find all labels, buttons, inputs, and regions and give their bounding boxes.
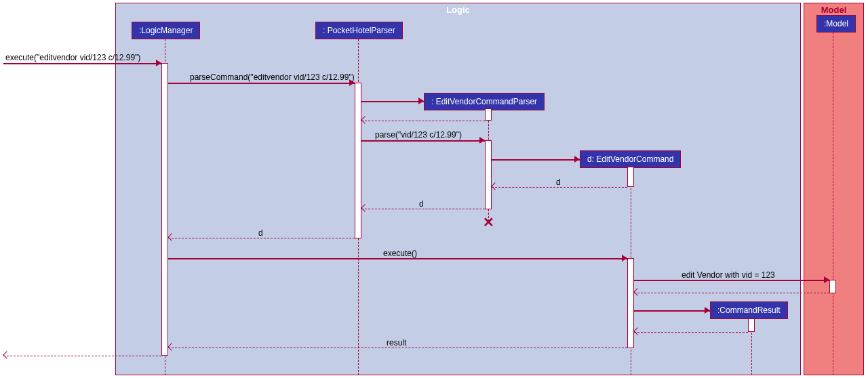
msg-execute2 (168, 258, 627, 259)
msg-edit-vendor (634, 280, 829, 281)
activation-model (829, 280, 836, 293)
label-parse: parse("vid/123 c/12.99") (375, 130, 462, 140)
activation-evcp-1 (485, 108, 492, 121)
participant-pocket-hotel-parser: : PocketHotelParser (315, 22, 403, 39)
arrow-create-cr (705, 307, 710, 314)
frame-model: Model (804, 3, 864, 375)
msg-execute-in (3, 63, 161, 64)
msg-create-evcp (361, 101, 424, 102)
msg-result (168, 348, 627, 348)
frame-logic: Logic (115, 3, 801, 375)
arrow-create-evcp (418, 98, 424, 104)
msg-return-d2 (361, 209, 485, 209)
destroy-evcp-icon: ✕ (483, 214, 494, 230)
label-edit-vendor: edit Vendor with vid = 123 (682, 270, 775, 280)
msg-create-evc (492, 159, 580, 161)
participant-edit-vendor-cmd: d: EditVendorCommand (580, 150, 681, 168)
label-execute2: execute() (383, 249, 417, 258)
msg-return-cr (634, 332, 748, 333)
arrow-execute-in (156, 60, 161, 66)
msg-return-evcp-create (361, 121, 485, 121)
activation-evc-1 (627, 167, 634, 187)
msg-create-cr (634, 310, 710, 312)
activation-command-result (748, 318, 755, 332)
arrow-create-evc (574, 156, 580, 163)
label-return-d1: d (556, 177, 561, 187)
lifeline-model (833, 33, 833, 375)
participant-command-result: :CommandResult (710, 301, 788, 319)
msg-return-model (634, 293, 829, 293)
activation-pocket-hotel-parser (355, 83, 361, 238)
msg-return-d1 (492, 187, 627, 188)
arrow-parse (479, 137, 485, 144)
label-result: result (387, 338, 406, 348)
activation-logic-manager (161, 63, 168, 356)
label-execute-in: execute("editvendor vid/123 c/12.99") (5, 53, 140, 62)
activation-evc-2 (627, 258, 634, 348)
arrow-edit-vendor (824, 276, 829, 283)
frame-logic-label: Logic (441, 3, 475, 16)
msg-parse-command (168, 83, 355, 84)
arrow-execute2 (622, 255, 627, 261)
label-return-d3: d (258, 228, 263, 238)
label-parse-command: parseCommand("editvendor vid/123 c/12.99… (190, 72, 355, 82)
msg-return-caller (3, 356, 161, 356)
participant-logic-manager: :LogicManager (132, 22, 200, 39)
msg-parse (361, 140, 485, 142)
participant-model: :Model (816, 15, 856, 33)
label-return-d2: d (419, 199, 424, 209)
arrow-return-caller (3, 351, 10, 358)
msg-return-d3 (168, 238, 355, 238)
activation-evcp-2 (485, 140, 492, 209)
